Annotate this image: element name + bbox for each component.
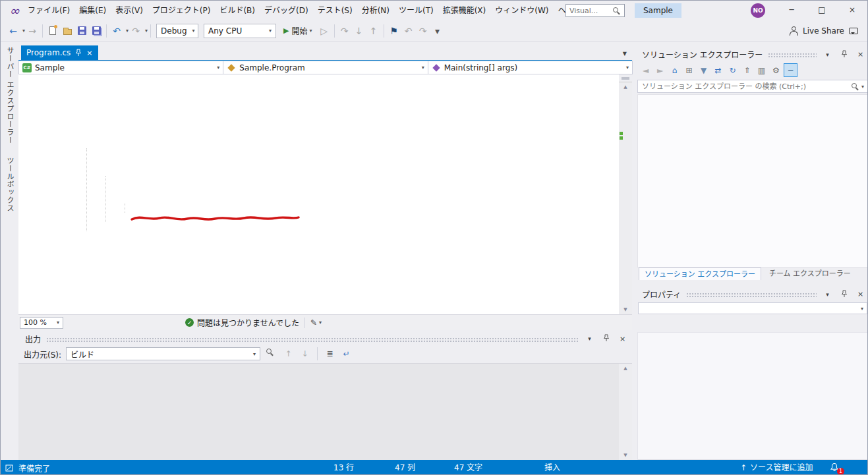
pin-icon[interactable] [600,334,612,343]
tab-server-explorer[interactable]: サーバー エクスプローラー [4,47,14,145]
code-rows-container[interactable] [18,74,619,314]
solution-platform-value: Any CPU [208,26,242,36]
pin-icon[interactable] [75,49,82,57]
step-over-icon[interactable]: ↷ [337,24,352,38]
undo-icon[interactable]: ↶ [109,24,124,38]
save-all-icon[interactable] [89,24,103,38]
solution-platform-dropdown[interactable]: Any CPU▾ [204,24,276,38]
search-options-dropdown-icon[interactable]: ▾ [861,84,864,90]
minimize-button[interactable]: ─ [776,1,807,20]
add-to-source-control-button[interactable]: ↑ ソース管理に追加 [740,460,813,475]
tab-solution-explorer[interactable]: ソリューション エクスプローラー [639,267,761,280]
close-window-button[interactable]: × [837,1,867,20]
maximize-button[interactable]: □ [807,1,837,20]
live-share-button[interactable]: Live Share [803,26,844,36]
project-dropdown[interactable]: Sample ▾ [18,61,223,74]
close-tab-icon[interactable]: × [86,49,92,57]
properties-object-dropdown[interactable]: ▾ [638,302,867,314]
edit-actions-dropdown-icon[interactable]: ▾ [319,320,322,325]
status-column-number[interactable]: 47 列 [395,460,415,475]
toolbar-overflow-icon[interactable]: ▾ [430,24,445,38]
menu-window[interactable]: ウィンドウ(W) [490,1,553,20]
document-tab-program-cs[interactable]: Program.cs × [21,45,98,60]
edit-actions-icon[interactable]: ✎ [310,318,317,327]
new-project-icon[interactable] [45,24,60,38]
member-dropdown[interactable]: Main(string[] args) ▾ [428,61,633,74]
menu-tools[interactable]: ツール(T) [394,1,438,20]
redo-dropdown-icon[interactable]: ▾ [145,28,148,34]
home-icon[interactable]: ⌂ [668,63,681,77]
word-wrap-icon[interactable]: ↵ [339,347,353,361]
zoom-dropdown[interactable]: 100 %▾ [20,317,63,329]
save-icon[interactable] [74,24,89,38]
sync-with-active-document-icon[interactable]: ⇄ [711,63,725,77]
close-panel-icon[interactable]: × [855,50,866,59]
solution-search-box[interactable]: ▾ [637,80,868,93]
scroll-down-icon[interactable]: ▼ [619,305,632,314]
open-file-icon[interactable] [60,24,74,38]
pin-icon[interactable] [838,50,850,59]
tab-team-explorer[interactable]: チーム エクスプローラー [764,267,856,280]
bookmark-icon[interactable]: ⚑ [387,24,401,38]
account-avatar[interactable]: NO [751,3,765,18]
editor-scrollbar[interactable]: ▲ ▼ [619,74,632,314]
redo-icon[interactable]: ↷ [129,24,143,38]
status-insert-mode[interactable]: 挿入 [544,460,560,475]
close-panel-icon[interactable]: × [617,335,628,343]
window-position-icon[interactable]: ▾ [822,291,833,298]
next-bookmark-icon[interactable]: ↷ [416,24,430,38]
menu-project[interactable]: プロジェクト(P) [148,1,216,20]
split-window-handle[interactable] [619,74,632,82]
navigate-forward-icon[interactable]: → [25,24,40,38]
previous-message-icon[interactable]: ↑ [281,347,295,361]
menu-debug[interactable]: デバッグ(D) [260,1,313,20]
show-all-files-icon[interactable]: ▥ [755,63,768,77]
type-dropdown[interactable]: Sample.Program ▾ [223,61,428,74]
output-source-dropdown[interactable]: ビルド▾ [66,347,260,360]
menu-file[interactable]: ファイル(F) [23,1,74,20]
tab-toolbox[interactable]: ツールボックス [4,157,14,212]
solution-explorer-title: ソリューション エクスプローラー [642,49,763,60]
window-position-icon[interactable]: ▾ [584,335,595,342]
step-into-icon[interactable]: ↓ [352,24,366,38]
document-list-dropdown-icon[interactable]: ▼ [623,51,627,57]
background-tasks-icon[interactable] [5,464,14,472]
menu-view[interactable]: 表示(V) [111,1,148,20]
navigate-back-icon[interactable]: ← [6,24,20,38]
attach-to-process-icon[interactable]: ▷ [317,24,332,38]
notifications-bell-icon[interactable]: 1 [830,462,840,473]
close-panel-icon[interactable]: × [855,290,866,298]
output-scrollbar[interactable]: ▲ ▼ [619,364,632,460]
feedback-icon[interactable] [849,28,858,34]
status-line-number[interactable]: 13 行 [333,460,354,475]
menu-test[interactable]: テスト(S) [313,1,357,20]
start-debugging-button[interactable]: ▶ 開始 ▾ [283,25,312,36]
preview-selected-items-icon[interactable]: ─ [784,63,797,77]
pin-icon[interactable] [838,290,850,299]
solution-configuration-dropdown[interactable]: Debug▾ [156,24,198,38]
pending-changes-filter-icon[interactable]: ▼ [697,63,710,77]
menu-edit[interactable]: 編集(E) [74,1,111,20]
step-out-icon[interactable]: ↑ [366,24,381,38]
previous-bookmark-icon[interactable]: ↶ [401,24,416,38]
next-message-icon[interactable]: ↓ [298,347,312,361]
quick-search-box[interactable]: Visual... [565,4,625,17]
clear-all-icon[interactable]: ≣ [323,347,337,361]
collapse-all-icon[interactable]: ⇑ [740,63,754,77]
health-check-icon[interactable]: ✓ [185,318,194,327]
switch-views-icon[interactable]: ⊞ [682,63,696,77]
solution-search-input[interactable] [638,82,850,91]
back-icon[interactable]: ◄ [639,63,652,77]
scroll-down-icon[interactable]: ▼ [619,451,632,460]
menu-build[interactable]: ビルド(B) [215,1,260,20]
refresh-icon[interactable]: ↻ [726,63,739,77]
forward-icon[interactable]: ► [653,63,667,77]
menu-extensions[interactable]: 拡張機能(X) [438,1,491,20]
status-character-number[interactable]: 47 文字 [454,460,482,475]
window-position-icon[interactable]: ▾ [822,51,833,58]
menu-analyze[interactable]: 分析(N) [357,1,394,20]
properties-icon[interactable]: ⚙ [769,63,783,77]
scroll-up-icon[interactable]: ▲ [619,364,632,373]
find-message-icon[interactable] [265,347,279,361]
scroll-up-icon[interactable]: ▲ [619,82,632,92]
